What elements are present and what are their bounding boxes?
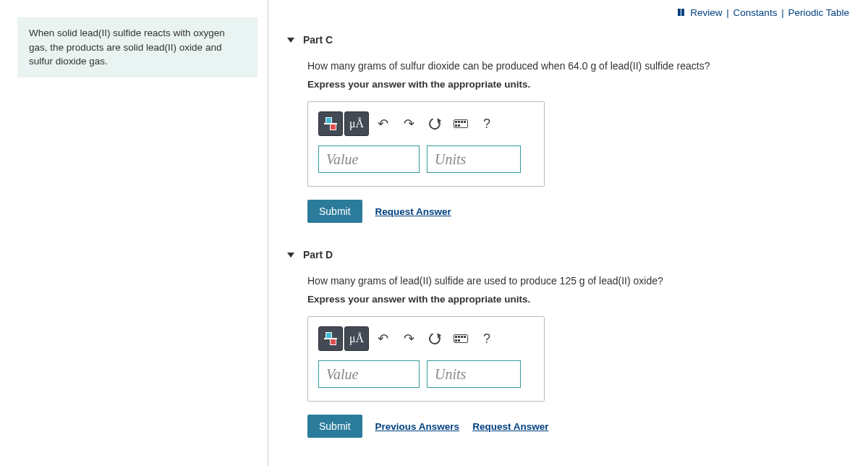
undo-icon: ↶ [378, 331, 388, 347]
part-d-actions: Submit Previous Answers Request Answer [307, 415, 849, 438]
request-answer-link[interactable]: Request Answer [375, 206, 451, 217]
part-d-content: How many grams of lead(II) sulfide are u… [287, 266, 849, 438]
chevron-down-icon [287, 253, 294, 258]
request-answer-link[interactable]: Request Answer [472, 421, 548, 432]
keyboard-button[interactable] [448, 326, 473, 351]
help-icon: ? [483, 116, 490, 132]
help-button[interactable]: ? [475, 111, 499, 136]
top-links: Review | Constants | Periodic Table [287, 7, 849, 18]
review-link[interactable]: Review [690, 7, 722, 18]
symbols-button[interactable]: μÅ [344, 111, 369, 136]
part-d-title: Part D [303, 249, 333, 260]
part-c-input-row [318, 145, 534, 173]
redo-icon: ↷ [404, 116, 414, 132]
reset-icon [427, 116, 442, 131]
mu-a-icon: μÅ [349, 332, 364, 345]
units-input[interactable] [427, 360, 521, 388]
part-d-toolbar: μÅ ↶ ↷ ? [318, 326, 534, 352]
separator: | [781, 7, 784, 18]
help-button[interactable]: ? [475, 326, 499, 351]
separator: | [726, 7, 729, 18]
undo-button[interactable]: ↶ [370, 326, 395, 351]
submit-button[interactable]: Submit [307, 200, 362, 223]
chevron-down-icon [287, 38, 294, 43]
undo-button[interactable]: ↶ [370, 111, 395, 136]
part-d-question: How many grams of lead(II) sulfide are u… [307, 275, 849, 287]
sidebar: When solid lead(II) sulfide reacts with … [0, 0, 268, 466]
part-c-toolbar: μÅ ↶ ↷ ? [318, 111, 534, 137]
part-c-block: Part C How many grams of sulfur dioxide … [287, 28, 849, 223]
symbols-button[interactable]: μÅ [344, 326, 369, 351]
reset-icon [427, 331, 442, 346]
problem-statement: When solid lead(II) sulfide reacts with … [17, 17, 258, 77]
part-d-input-row [318, 360, 534, 388]
redo-button[interactable]: ↷ [396, 326, 421, 351]
keyboard-icon [454, 119, 468, 128]
fraction-button[interactable] [318, 111, 343, 136]
part-d-answer-box: μÅ ↶ ↷ ? [307, 316, 545, 402]
submit-button[interactable]: Submit [307, 415, 362, 438]
part-d-instruction: Express your answer with the appropriate… [307, 294, 849, 305]
previous-answers-link[interactable]: Previous Answers [375, 421, 460, 432]
part-c-actions: Submit Request Answer [307, 200, 849, 223]
reset-button[interactable] [422, 326, 447, 351]
redo-icon: ↷ [404, 331, 414, 347]
fraction-icon [324, 331, 337, 346]
periodic-table-link[interactable]: Periodic Table [788, 7, 849, 18]
fraction-icon [324, 116, 337, 131]
part-d-header[interactable]: Part D [287, 243, 849, 266]
keyboard-button[interactable] [448, 111, 473, 136]
part-c-title: Part C [303, 34, 333, 46]
part-c-header[interactable]: Part C [287, 28, 849, 51]
main-content: Review | Constants | Periodic Table Part… [268, 0, 868, 466]
pause-icon [677, 7, 685, 18]
constants-link[interactable]: Constants [733, 7, 778, 18]
help-icon: ? [483, 331, 490, 347]
part-c-instruction: Express your answer with the appropriate… [307, 79, 849, 90]
mu-a-icon: μÅ [349, 117, 364, 130]
undo-icon: ↶ [378, 116, 388, 132]
redo-button[interactable]: ↷ [396, 111, 421, 136]
fraction-button[interactable] [318, 326, 343, 351]
value-input[interactable] [318, 145, 420, 173]
part-d-block: Part D How many grams of lead(II) sulfid… [287, 243, 849, 438]
units-input[interactable] [427, 145, 521, 173]
keyboard-icon [454, 334, 468, 343]
part-c-content: How many grams of sulfur dioxide can be … [287, 51, 849, 223]
part-c-question: How many grams of sulfur dioxide can be … [307, 60, 849, 72]
value-input[interactable] [318, 360, 420, 388]
reset-button[interactable] [422, 111, 447, 136]
part-c-answer-box: μÅ ↶ ↷ ? [307, 101, 545, 187]
